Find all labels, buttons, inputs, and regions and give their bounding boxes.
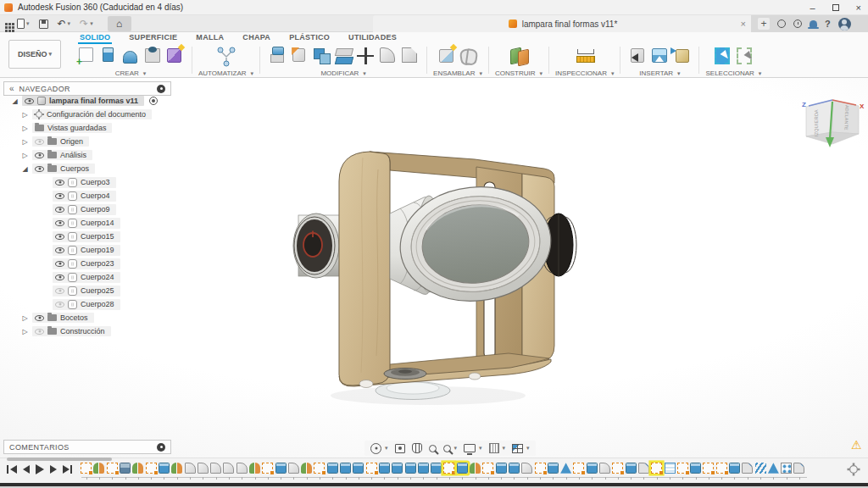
save-icon[interactable] bbox=[39, 19, 48, 29]
display-settings-tool[interactable]: ▾ bbox=[464, 444, 482, 452]
fit-tool[interactable]: ▾ bbox=[443, 445, 458, 452]
timeline-feature-sketch[interactable] bbox=[144, 462, 157, 480]
tab-solido[interactable]: SOLIDO bbox=[78, 32, 112, 44]
tree-item-content[interactable]: Cuerpo9 bbox=[53, 204, 116, 215]
viewports-tool[interactable]: ▾ bbox=[512, 444, 530, 453]
insertar-dropdown[interactable]: INSERTAR▾ bbox=[639, 69, 680, 77]
timeline-feature-sketch[interactable] bbox=[80, 462, 92, 480]
modificar-dropdown[interactable]: MODIFICAR▾ bbox=[320, 69, 365, 77]
timeline-feature-extrude[interactable] bbox=[456, 462, 469, 480]
timeline-feature-extrude[interactable] bbox=[586, 462, 598, 480]
timeline-feature-loft[interactable] bbox=[559, 462, 572, 480]
expander-icon[interactable]: ◢ bbox=[10, 97, 19, 105]
tree-item-content[interactable]: Cuerpo15 bbox=[53, 231, 120, 242]
seleccionar-dropdown[interactable]: SELECCIONAR▾ bbox=[705, 69, 761, 77]
timeline-feature-extrude[interactable] bbox=[378, 462, 391, 480]
timeline-feature-chamfer[interactable] bbox=[637, 462, 650, 480]
tree-item-content[interactable]: Configuración del documento bbox=[32, 109, 152, 119]
notifications-icon[interactable] bbox=[810, 20, 817, 27]
timeline-feature-extrude[interactable] bbox=[728, 462, 741, 480]
construction-plane-icon[interactable] bbox=[508, 44, 530, 68]
tree-item-content[interactable]: Cuerpo24 bbox=[53, 272, 120, 283]
timeline-feature-extrude[interactable] bbox=[508, 462, 520, 480]
tree-item-cuerpos[interactable]: ◢Cuerpos bbox=[3, 162, 158, 175]
timeline-feature-sketch[interactable] bbox=[365, 462, 378, 480]
visibility-eye-icon[interactable] bbox=[55, 302, 64, 308]
tree-item-content[interactable]: Cuerpo14 bbox=[53, 218, 120, 229]
timeline-feature-sketch[interactable] bbox=[106, 462, 119, 480]
timeline-feature-chamfer[interactable] bbox=[793, 462, 805, 480]
timeline-feature-fillet[interactable] bbox=[236, 462, 248, 480]
timeline-feature-sketch[interactable] bbox=[481, 462, 494, 480]
document-tab[interactable]: lampara final formas v11* × bbox=[373, 15, 753, 32]
tree-item-cuerpo25[interactable]: Cuerpo25 bbox=[3, 284, 158, 297]
timeline-feature-extrude[interactable] bbox=[158, 462, 170, 480]
timeline-feature-revolve[interactable] bbox=[170, 462, 183, 480]
timeline-feature-fillet[interactable] bbox=[222, 462, 235, 480]
navigator-panel-header[interactable]: « NAVEGADOR bbox=[3, 81, 171, 96]
timeline-feature-sketch[interactable] bbox=[442, 462, 455, 480]
crear-dropdown[interactable]: CREAR▾ bbox=[115, 69, 147, 77]
visibility-eye-icon[interactable] bbox=[25, 98, 34, 104]
tree-item-root[interactable]: ◢ lampara final formas v11 bbox=[3, 94, 158, 108]
tree-item-content[interactable]: Cuerpo19 bbox=[53, 245, 120, 256]
timeline-feature-extrude[interactable] bbox=[417, 462, 430, 480]
close-icon[interactable]: × bbox=[856, 0, 861, 15]
lamp-3d-model[interactable] bbox=[280, 127, 602, 415]
maximize-icon[interactable] bbox=[832, 4, 839, 11]
minimize-icon[interactable]: – bbox=[810, 0, 815, 15]
view-cube[interactable]: IZQUIERDA ADELANTE Z X bbox=[795, 90, 866, 158]
tree-item-cuerpo14[interactable]: Cuerpo14 bbox=[3, 216, 158, 230]
timeline-feature-sketch[interactable] bbox=[313, 462, 326, 480]
create-sketch-icon[interactable] bbox=[75, 44, 97, 68]
timeline-feature-extrude[interactable] bbox=[547, 462, 559, 480]
visibility-eye-icon[interactable] bbox=[55, 180, 64, 186]
comments-panel-header[interactable]: COMENTARIOS bbox=[3, 440, 171, 454]
construir-dropdown[interactable]: CONSTRUIR▾ bbox=[495, 69, 542, 77]
move-copy-icon[interactable] bbox=[354, 44, 376, 68]
tree-item-content[interactable]: Vistas guardadas bbox=[32, 123, 112, 133]
joint-icon[interactable] bbox=[458, 44, 480, 68]
timeline-feature-fillet[interactable] bbox=[183, 462, 196, 480]
tree-item-content[interactable]: Bocetos bbox=[32, 313, 94, 323]
tree-item-content[interactable]: Origen bbox=[32, 136, 89, 147]
tab-utilidades[interactable]: UTILIDADES bbox=[347, 32, 398, 44]
fillet-icon[interactable] bbox=[376, 44, 398, 68]
tree-item-content[interactable]: Cuerpo25 bbox=[53, 286, 120, 297]
revolve-icon[interactable] bbox=[120, 44, 142, 68]
tree-item-an-lisis[interactable]: ▷Análisis bbox=[3, 148, 158, 162]
timeline-feature-sketch[interactable] bbox=[261, 462, 274, 480]
timeline-feature-revolve[interactable] bbox=[469, 462, 481, 480]
automatizar-dropdown[interactable]: AUTOMATIZAR▾ bbox=[198, 69, 253, 77]
visibility-eye-icon[interactable] bbox=[35, 329, 44, 335]
select-paint-icon[interactable] bbox=[733, 44, 755, 68]
ensamblar-dropdown[interactable]: ENSAMBLAR▾ bbox=[433, 69, 482, 77]
tree-item-cuerpo24[interactable]: Cuerpo24 bbox=[3, 270, 158, 284]
panel-options-icon[interactable] bbox=[157, 443, 165, 452]
visibility-eye-icon[interactable] bbox=[55, 247, 64, 253]
split-body-icon[interactable] bbox=[332, 44, 354, 68]
timeline-feature-loft[interactable] bbox=[767, 462, 780, 480]
pan-tool[interactable] bbox=[412, 443, 422, 453]
timeline-feature-revolve[interactable] bbox=[300, 462, 313, 480]
select-window-icon[interactable] bbox=[711, 44, 733, 68]
tree-item-content[interactable]: Cuerpo4 bbox=[53, 191, 116, 202]
insert-mesh-icon[interactable] bbox=[670, 44, 693, 68]
visibility-eye-icon[interactable] bbox=[55, 193, 64, 199]
timeline-feature-extrude[interactable] bbox=[624, 462, 637, 480]
tree-item-cuerpo19[interactable]: Cuerpo19 bbox=[3, 243, 158, 257]
file-menu[interactable]: ▾ bbox=[17, 19, 30, 29]
extrude-icon[interactable] bbox=[97, 44, 120, 68]
tree-item-content[interactable]: Cuerpo3 bbox=[53, 177, 116, 188]
timeline-feature-sketch[interactable] bbox=[676, 462, 689, 480]
job-status-icon[interactable] bbox=[793, 19, 802, 28]
timeline-feature-fillet[interactable] bbox=[520, 462, 533, 480]
tree-item-content[interactable]: Análisis bbox=[32, 150, 92, 160]
visibility-eye-icon[interactable] bbox=[55, 274, 64, 280]
expander-icon[interactable]: ▷ bbox=[20, 125, 30, 132]
tab-plastico[interactable]: PLÁSTICO bbox=[287, 32, 331, 44]
timeline-feature-shell[interactable] bbox=[663, 462, 676, 480]
design-workspace-menu[interactable]: DISEÑO ▾ bbox=[8, 40, 61, 69]
go-to-start-button[interactable] bbox=[7, 465, 17, 474]
offset-face-icon[interactable] bbox=[288, 44, 310, 68]
